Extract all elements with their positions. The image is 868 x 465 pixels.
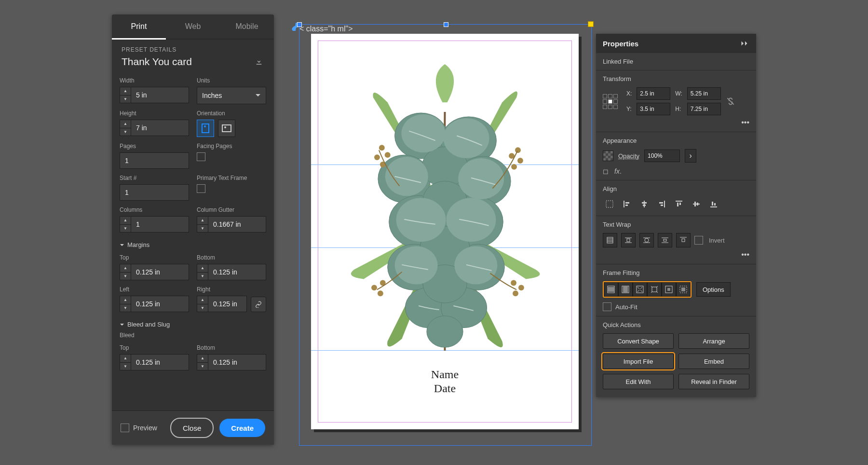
effects-icon[interactable]: fx. — [614, 167, 622, 175]
y-label: Y: — [626, 106, 632, 112]
start-label: Start # — [120, 175, 189, 181]
wrap-jump-icon[interactable] — [658, 233, 672, 247]
bleed-label: Bleed — [120, 332, 266, 339]
edit-with-button[interactable]: Edit With — [603, 374, 674, 389]
fitting-options-button[interactable]: Options — [696, 282, 731, 297]
svg-rect-51 — [694, 202, 696, 206]
svg-rect-46 — [661, 205, 663, 206]
bleed-top-label: Top — [120, 344, 189, 351]
align-hcenter-icon[interactable] — [637, 197, 651, 211]
wrap-none-icon[interactable] — [603, 233, 617, 247]
svg-rect-40 — [625, 205, 628, 206]
svg-rect-80 — [681, 287, 685, 291]
orientation-landscape[interactable] — [218, 120, 235, 137]
tab-mobile[interactable]: Mobile — [220, 14, 274, 39]
wrap-bbox-icon[interactable] — [621, 233, 636, 247]
more-options-icon[interactable]: ••• — [603, 250, 749, 259]
margin-right-label: Right — [197, 286, 247, 293]
width-label: Width — [120, 77, 189, 84]
margins-disclosure[interactable]: Margins — [120, 241, 266, 248]
import-file-button[interactable]: Import File — [603, 354, 674, 369]
margin-bottom-input[interactable]: ▲▼0.125 in — [197, 264, 266, 280]
facing-pages-label: Facing Pages — [197, 143, 266, 150]
wrap-shape-icon[interactable] — [639, 233, 654, 247]
fill-frame-icon[interactable] — [604, 282, 618, 297]
svg-rect-55 — [714, 203, 716, 205]
h-input[interactable]: 7.25 in — [687, 103, 721, 115]
invert-checkbox[interactable] — [694, 236, 703, 245]
primary-frame-checkbox[interactable] — [197, 184, 205, 193]
w-input[interactable]: 5.25 in — [687, 87, 721, 100]
orientation-portrait[interactable] — [197, 120, 214, 137]
width-input[interactable]: ▲▼5 in — [120, 87, 189, 103]
arrange-button[interactable]: Arrange — [678, 333, 749, 349]
corner-options-icon[interactable]: ◻ — [603, 167, 609, 175]
margin-top-input[interactable]: ▲▼0.125 in — [120, 264, 189, 280]
svg-rect-47 — [676, 201, 682, 202]
x-input[interactable]: 2.5 in — [637, 87, 670, 100]
svg-rect-38 — [624, 201, 624, 207]
tab-print[interactable]: Print — [112, 14, 166, 40]
convert-shape-button[interactable]: Convert Shape — [603, 333, 674, 349]
units-select[interactable]: Inches — [197, 87, 266, 104]
svg-rect-54 — [712, 202, 713, 205]
columns-input[interactable]: ▲▼1 — [120, 216, 189, 232]
link-margins-button[interactable] — [251, 297, 266, 312]
center-content-icon[interactable] — [662, 282, 676, 297]
svg-rect-39 — [625, 202, 629, 204]
align-left-icon[interactable] — [620, 197, 634, 211]
fit-content-frame-icon[interactable] — [633, 282, 647, 297]
svg-rect-44 — [664, 201, 665, 207]
opacity-label[interactable]: Opacity — [618, 152, 639, 160]
svg-rect-45 — [659, 202, 663, 204]
align-right-icon[interactable] — [655, 197, 668, 211]
svg-rect-72 — [608, 287, 614, 292]
close-button[interactable]: Close — [170, 418, 214, 438]
auto-fit-checkbox[interactable] — [603, 302, 611, 311]
fit-prop-icon[interactable] — [618, 282, 633, 297]
align-bottom-icon[interactable] — [707, 197, 720, 211]
wrap-column-icon[interactable] — [676, 233, 691, 247]
constrain-off-icon[interactable] — [726, 96, 735, 106]
svg-rect-66 — [664, 239, 666, 241]
content-aware-icon[interactable] — [676, 282, 691, 297]
opacity-input[interactable]: 100% — [644, 150, 680, 162]
orientation-label: Orientation — [197, 110, 266, 117]
opacity-menu[interactable]: › — [685, 149, 696, 163]
svg-rect-42 — [642, 202, 647, 204]
height-input[interactable]: ▲▼7 in — [120, 120, 189, 136]
facing-pages-checkbox[interactable] — [197, 152, 205, 161]
collapse-panel-icon[interactable] — [741, 40, 749, 47]
margin-left-input[interactable]: ▲▼0.125 in — [120, 296, 189, 312]
w-label: W: — [675, 90, 682, 97]
more-options-icon[interactable]: ••• — [603, 118, 749, 127]
start-input[interactable]: 1 — [120, 184, 189, 201]
align-top-icon[interactable] — [672, 197, 686, 211]
align-vcenter-icon[interactable] — [690, 197, 703, 211]
bleed-top-input[interactable]: ▲▼0.125 in — [120, 354, 189, 370]
bleed-bottom-input[interactable]: ▲▼0.125 in — [197, 354, 266, 370]
reference-point[interactable] — [603, 94, 618, 109]
margin-bottom-label: Bottom — [197, 254, 266, 261]
download-preset-icon[interactable] — [254, 57, 264, 66]
bleed-slug-disclosure[interactable]: Bleed and Slug — [120, 321, 266, 328]
fit-frame-content-icon[interactable] — [647, 282, 662, 297]
document-canvas[interactable]: Name Date < class="h ml"> — [299, 24, 591, 445]
fill-swatch[interactable] — [603, 150, 613, 161]
y-input[interactable]: 3.5 in — [637, 103, 670, 115]
pages-input[interactable]: 1 — [120, 152, 189, 169]
tab-web[interactable]: Web — [166, 14, 220, 39]
reveal-finder-button[interactable]: Reveal in Finder — [678, 374, 749, 389]
create-button[interactable]: Create — [219, 419, 265, 437]
selection-frame[interactable]: < class="h ml"> — [299, 24, 592, 446]
intent-tabs: Print Web Mobile — [112, 14, 274, 40]
embed-button[interactable]: Embed — [678, 354, 749, 369]
preset-details-header: PRESET DETAILS — [112, 40, 274, 56]
margin-right-input[interactable]: ▲▼0.125 in — [197, 296, 247, 312]
preset-name[interactable]: Thank You card — [122, 56, 192, 68]
live-corner-widget[interactable] — [588, 21, 594, 27]
properties-title: Properties — [603, 40, 638, 48]
align-to-icon[interactable] — [603, 197, 616, 211]
gutter-input[interactable]: ▲▼0.1667 in — [197, 216, 266, 232]
preview-toggle[interactable]: Preview — [121, 424, 157, 432]
